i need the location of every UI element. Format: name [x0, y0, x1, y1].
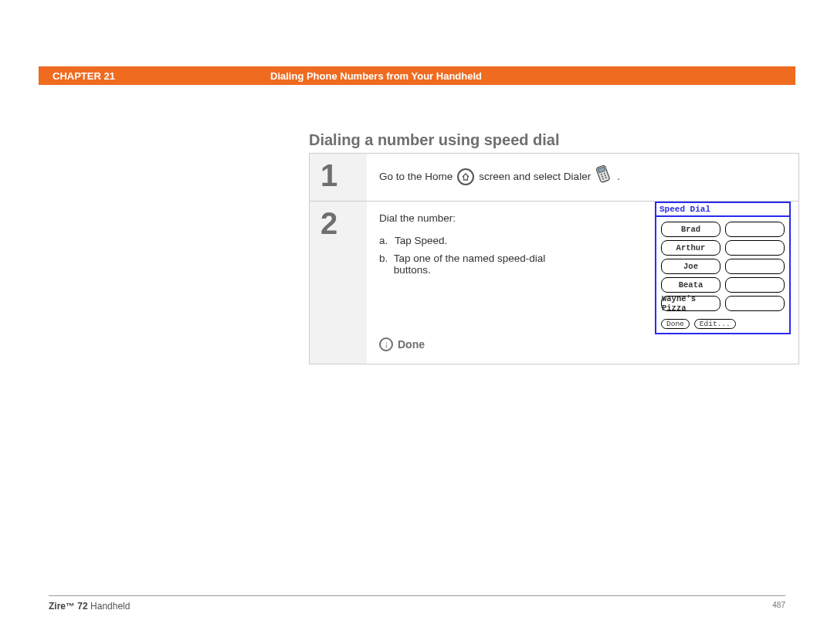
sub-letter: b.	[379, 253, 394, 276]
speed-dial-button-empty[interactable]	[725, 240, 785, 256]
sub-text: Tap Speed.	[395, 235, 447, 246]
step-2: 2 Dial the number: a. Tap Speed. b. Tap …	[310, 201, 798, 364]
done-arrow-icon: ↓	[379, 337, 393, 351]
footer-brand-bold: Zire™ 72	[49, 601, 88, 612]
section-title: Dialing a number using speed dial	[309, 131, 560, 149]
step-1: 1 Go to the Home screen and select Diale…	[310, 154, 798, 201]
done-label: Done	[398, 338, 425, 351]
chapter-title: Dialing Phone Numbers from Your Handheld	[270, 70, 482, 82]
speed-dial-button[interactable]: Joe	[661, 259, 720, 274]
speed-dial-body: Brad Arthur Joe Beata	[656, 217, 789, 317]
step-number-cell: 1	[310, 154, 367, 201]
step-number-cell: 2	[310, 202, 367, 364]
step2-item-b: b. Tap one of the named speed-dial butto…	[379, 253, 572, 276]
speed-dial-row: Wayne's Pizza	[661, 296, 785, 311]
speed-dial-button[interactable]: Arthur	[661, 240, 720, 256]
chapter-header: CHAPTER 21 Dialing Phone Numbers from Yo…	[39, 66, 795, 85]
step1-text-b: screen and select Dialer	[479, 171, 591, 182]
speed-dial-button-empty[interactable]	[725, 259, 785, 274]
speed-dial-screenshot: Speed Dial Brad Arthur Joe	[655, 202, 791, 334]
speed-dial-footer: Done Edit...	[656, 317, 789, 333]
footer-brand: Zire™ 72 Handheld	[49, 601, 130, 612]
speed-dial-title: Speed Dial	[656, 203, 789, 217]
speed-dial-button-empty[interactable]	[725, 222, 785, 237]
step-body: Go to the Home screen and select Dialer …	[367, 154, 798, 201]
home-icon	[457, 168, 474, 185]
speed-dial-button[interactable]: Wayne's Pizza	[661, 296, 720, 311]
speed-dial-row: Brad	[661, 222, 785, 237]
dialer-icon	[592, 162, 616, 191]
speed-dial-row: Arthur	[661, 240, 785, 256]
done-indicator: ↓ Done	[379, 337, 786, 351]
speed-dial-row: Joe	[661, 259, 785, 274]
speed-dial-done-button[interactable]: Done	[661, 319, 690, 329]
speed-dial-row: Beata	[661, 277, 785, 293]
step-number: 2	[320, 208, 356, 239]
step2-item-a: a. Tap Speed.	[379, 235, 572, 246]
speed-dial-button[interactable]: Beata	[661, 277, 720, 293]
step1-text-c: .	[617, 171, 620, 182]
sub-letter: a.	[379, 235, 395, 246]
steps-container: 1 Go to the Home screen and select Diale…	[309, 153, 799, 364]
footer-divider	[49, 595, 785, 596]
step-body: Dial the number: a. Tap Speed. b. Tap on…	[367, 202, 798, 364]
speed-dial-button[interactable]: Brad	[661, 222, 720, 237]
step-1-text: Go to the Home screen and select Dialer …	[379, 164, 786, 188]
speed-dial-edit-button[interactable]: Edit...	[694, 319, 736, 329]
footer-page-number: 487	[772, 601, 785, 612]
speed-dial-button-empty[interactable]	[725, 277, 785, 293]
step1-text-a: Go to the Home	[379, 171, 453, 182]
sub-text: Tap one of the named speed-dial buttons.	[394, 253, 572, 276]
chapter-number: CHAPTER 21	[39, 70, 270, 82]
footer-brand-rest: Handheld	[88, 601, 131, 612]
speed-dial-button-empty[interactable]	[725, 296, 785, 311]
step-number: 1	[320, 160, 356, 191]
page-footer: Zire™ 72 Handheld 487	[49, 601, 785, 612]
